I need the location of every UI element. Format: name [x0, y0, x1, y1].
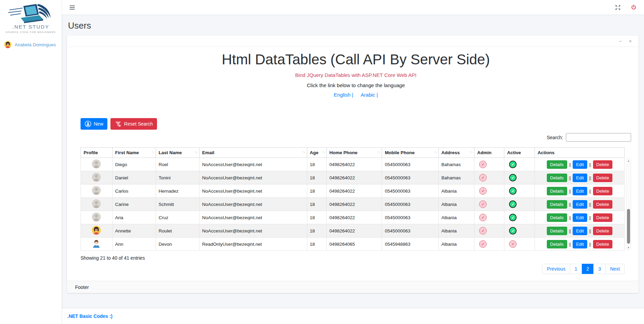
sort-icon: ↑↓: [322, 150, 325, 154]
cell-profile: [81, 171, 112, 184]
cell-address: Albania: [438, 211, 474, 224]
column-header-active: Active: [504, 148, 535, 158]
cell-mobile-phone: 0545000063: [382, 224, 438, 238]
cell-email: NoAccessUser@bezeqint.net: [199, 158, 307, 171]
action-separator: ||: [589, 242, 591, 247]
new-button[interactable]: New: [81, 118, 107, 130]
cell-home-phone: 0498264022: [327, 158, 382, 171]
edit-button[interactable]: Edit: [573, 174, 587, 182]
reset-button-label: Reset Search: [124, 121, 153, 127]
admin-check-icon: ✓: [479, 200, 487, 208]
cell-first-name: Aria: [112, 211, 156, 224]
column-header-mobile-phone[interactable]: Mobile Phone↑↓: [382, 148, 438, 158]
pagination-row: Previous123Next: [81, 264, 631, 274]
cell-active: ✓: [504, 158, 535, 171]
search-input[interactable]: [566, 133, 631, 142]
new-button-label: New: [94, 121, 103, 127]
cell-actions: Details||Edit||Delete: [535, 184, 624, 198]
minimize-button[interactable]: −: [619, 38, 622, 44]
table-row: Carine Schmitt NoAccessUser@bezeqint.net…: [81, 198, 625, 211]
edit-button[interactable]: Edit: [573, 240, 587, 248]
cell-actions: Details||Edit||Delete: [535, 224, 624, 238]
page-title: Users: [67, 20, 639, 31]
cell-last-name: Tonini: [156, 171, 199, 184]
table-row: Carlos Hernadez NoAccessUser@bezeqint.ne…: [81, 184, 625, 198]
cell-email: ReadOnlyUser@bezeqint.net: [199, 238, 307, 251]
delete-button[interactable]: Delete: [593, 227, 613, 235]
scroll-thumb[interactable]: [627, 209, 630, 244]
sidebar: .NET STUDY SOURCE CODE FOR BEGINNERS Ana…: [0, 0, 62, 324]
edit-button[interactable]: Edit: [573, 160, 587, 169]
details-button[interactable]: Details: [547, 174, 567, 182]
card-header: − ×: [67, 35, 639, 47]
fullscreen-icon[interactable]: [615, 5, 621, 10]
action-separator: ||: [569, 175, 571, 180]
app-logo: .NET STUDY SOURCE CODE FOR BEGINNERS: [0, 0, 62, 33]
edit-button[interactable]: Edit: [573, 213, 587, 222]
scroll-up-icon[interactable]: ▲: [626, 160, 631, 162]
page-button-3[interactable]: 3: [593, 264, 606, 274]
delete-button[interactable]: Delete: [593, 240, 613, 248]
delete-button[interactable]: Delete: [593, 200, 613, 209]
scroll-down-icon[interactable]: ▼: [626, 246, 631, 249]
language-link-english-[interactable]: English |: [334, 92, 353, 98]
action-separator: ||: [569, 189, 571, 194]
page-button-previous[interactable]: Previous: [542, 264, 570, 274]
table-zone: ProfileFirst Name↑↓Last Name↑↓Email↑↓Age…: [81, 147, 631, 251]
details-button[interactable]: Details: [547, 160, 567, 169]
search-label: Search:: [547, 135, 563, 140]
cell-address: Albania: [438, 184, 474, 198]
cell-first-name: Carine: [112, 198, 156, 211]
column-label: Age: [310, 150, 319, 155]
power-icon[interactable]: [631, 4, 637, 10]
column-header-last-name[interactable]: Last Name↑↓: [156, 148, 199, 158]
active-check-icon: ✓: [509, 214, 517, 221]
delete-button[interactable]: Delete: [593, 187, 613, 195]
column-header-first-name[interactable]: First Name↑↓: [112, 148, 156, 158]
page-button-2[interactable]: 2: [582, 264, 594, 274]
edit-button[interactable]: Edit: [573, 200, 587, 209]
column-header-home-phone[interactable]: Home Phone↑↓: [327, 148, 382, 158]
cell-actions: Details||Edit||Delete: [535, 198, 624, 211]
delete-button[interactable]: Delete: [593, 213, 613, 222]
column-header-address[interactable]: Address↑↓: [438, 148, 474, 158]
language-link-arabic-[interactable]: Arabic |: [361, 92, 378, 98]
sort-icon: ↑↓: [195, 150, 197, 154]
search-row: Search:: [81, 133, 631, 142]
cell-mobile-phone: 0545000063: [382, 184, 438, 198]
details-button[interactable]: Details: [547, 240, 567, 248]
action-separator: ||: [589, 228, 591, 233]
placeholder-avatar: [92, 159, 101, 168]
details-button[interactable]: Details: [547, 200, 567, 209]
column-label: Actions: [538, 150, 555, 155]
table-scrollbar[interactable]: ▲ ▼: [626, 158, 631, 250]
details-button[interactable]: Details: [547, 227, 567, 235]
cell-last-name: Hernadez: [156, 184, 199, 198]
close-button[interactable]: ×: [629, 38, 632, 44]
cell-address: Albania: [438, 198, 474, 211]
cell-first-name: Ann: [112, 238, 156, 251]
logo-subtitle: SOURCE CODE FOR BEGINNERS: [3, 31, 59, 33]
details-button[interactable]: Details: [547, 187, 567, 195]
menu-icon[interactable]: [69, 4, 75, 11]
active-check-icon: ✓: [509, 227, 517, 234]
delete-button[interactable]: Delete: [593, 174, 613, 182]
edit-button[interactable]: Edit: [573, 227, 587, 235]
delete-button[interactable]: Delete: [593, 160, 613, 169]
cell-first-name: Diego: [112, 158, 156, 171]
table-row: Annette Roulet NoAccessUser@bezeqint.net…: [81, 224, 625, 238]
reset-search-button[interactable]: Reset Search: [110, 118, 157, 130]
edit-button[interactable]: Edit: [573, 187, 587, 195]
cell-active: ✓: [504, 184, 535, 198]
column-header-email[interactable]: Email↑↓: [199, 148, 307, 158]
details-button[interactable]: Details: [547, 213, 567, 222]
active-check-icon: ✓: [509, 187, 517, 195]
sidebar-user-link[interactable]: Anabela Domingues: [0, 37, 62, 52]
column-header-age[interactable]: Age↑↓: [307, 148, 327, 158]
admin-check-icon: ✓: [479, 227, 487, 234]
page-button-next[interactable]: Next: [605, 264, 625, 274]
admin-check-icon: ✓: [479, 187, 487, 195]
cell-address: Albania: [438, 224, 474, 238]
footer-link[interactable]: .NET Basic Codes :): [67, 313, 112, 319]
page-button-1[interactable]: 1: [570, 264, 582, 274]
